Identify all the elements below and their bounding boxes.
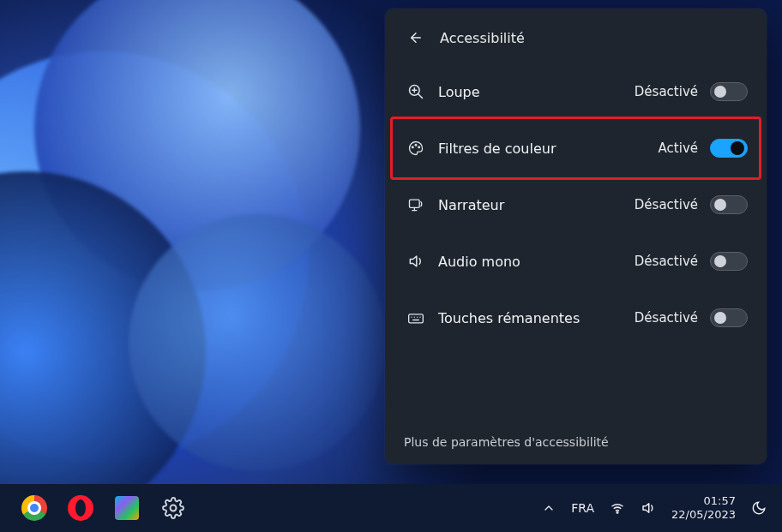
toggle-magnifier[interactable] (710, 82, 748, 101)
svg-point-16 (171, 505, 177, 511)
row-mono-audio[interactable]: Audio mono Désactivé (392, 233, 760, 290)
svg-point-5 (412, 146, 413, 148)
palette-icon (404, 140, 428, 157)
toggle-mono-audio[interactable] (710, 252, 748, 271)
taskbar-app-files[interactable] (111, 493, 142, 523)
toggle-sticky-keys[interactable] (710, 308, 748, 327)
taskbar: FRA 01:57 22/05/2023 (0, 484, 782, 532)
row-status: Désactivé (635, 84, 710, 99)
speaker-icon (404, 253, 428, 270)
toggle-color-filters[interactable] (710, 139, 748, 158)
narrator-icon (404, 196, 428, 213)
chrome-icon (21, 495, 47, 521)
svg-marker-9 (410, 256, 417, 266)
panel-title: Accessibilité (440, 30, 525, 46)
row-color-filters[interactable]: Filtres de couleur Activé (392, 120, 760, 176)
back-button[interactable] (404, 26, 428, 50)
clock[interactable]: 01:57 22/05/2023 (671, 494, 736, 521)
toggle-narrator[interactable] (710, 195, 748, 214)
svg-marker-18 (643, 504, 649, 513)
row-sticky-keys[interactable]: Touches rémanentes Désactivé (392, 290, 760, 346)
row-status: Désactivé (635, 254, 710, 269)
taskbar-app-opera[interactable] (65, 493, 96, 523)
row-label: Filtres de couleur (428, 140, 659, 157)
volume-icon (641, 500, 656, 516)
svg-point-6 (415, 144, 417, 146)
svg-point-7 (418, 146, 420, 148)
panel-footer: Plus de paramètres d'accessibilité (385, 425, 767, 454)
more-settings-link[interactable]: Plus de paramètres d'accessibilité (404, 435, 609, 449)
svg-point-17 (617, 512, 618, 514)
svg-rect-10 (409, 314, 424, 323)
svg-line-2 (418, 94, 423, 99)
files-icon (115, 496, 139, 520)
opera-icon (68, 495, 93, 521)
magnifier-icon (404, 83, 428, 100)
keyboard-icon (404, 309, 428, 326)
tray-overflow[interactable] (542, 501, 556, 515)
chevron-up-icon (542, 501, 556, 515)
desktop: Accessibilité Loupe Désactivé Filtres de… (0, 0, 782, 532)
row-label: Touches rémanentes (428, 310, 635, 326)
row-status: Activé (659, 140, 710, 156)
wifi-icon (610, 500, 625, 516)
row-status: Désactivé (635, 310, 710, 326)
tray-volume[interactable] (641, 500, 656, 516)
row-label: Audio mono (428, 254, 635, 270)
taskbar-app-settings[interactable] (158, 493, 189, 523)
settings-list: Loupe Désactivé Filtres de couleur Activ… (385, 58, 767, 346)
clock-date: 22/05/2023 (671, 508, 736, 522)
clock-time: 01:57 (671, 494, 736, 508)
accessibility-panel: Accessibilité Loupe Désactivé Filtres de… (385, 9, 767, 464)
arrow-left-icon (408, 30, 424, 45)
row-label: Narrateur (428, 197, 635, 213)
panel-header: Accessibilité (385, 21, 767, 58)
row-label: Loupe (428, 84, 635, 100)
tray-wifi[interactable] (610, 500, 625, 516)
language-indicator[interactable]: FRA (571, 501, 594, 515)
row-magnifier[interactable]: Loupe Désactivé (392, 63, 760, 120)
tray-focus-assist[interactable] (751, 500, 767, 516)
row-status: Désactivé (635, 197, 710, 212)
row-narrator[interactable]: Narrateur Désactivé (392, 176, 760, 233)
svg-rect-8 (410, 200, 420, 207)
gear-icon (162, 497, 184, 519)
taskbar-app-chrome[interactable] (19, 493, 50, 523)
moon-icon (751, 500, 767, 516)
